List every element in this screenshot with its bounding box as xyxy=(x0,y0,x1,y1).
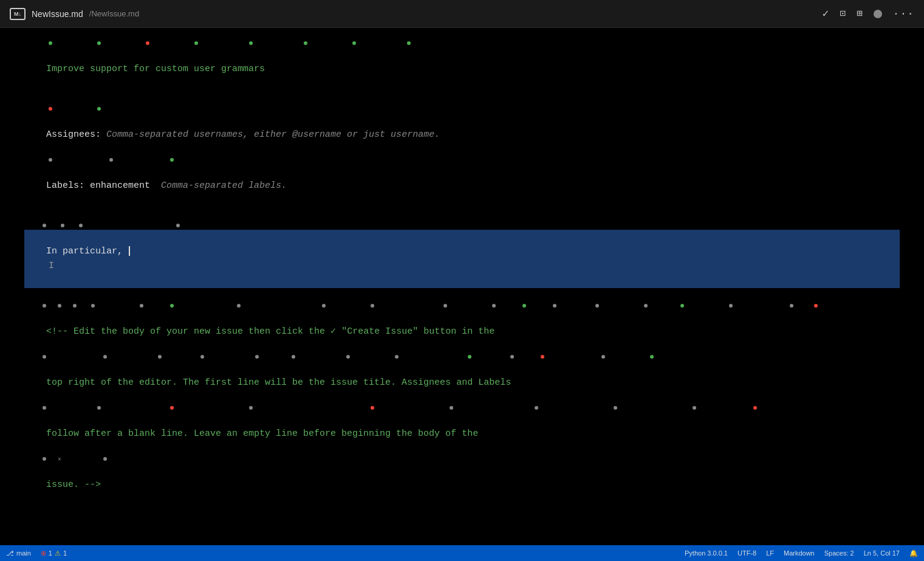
line-title: Improve support for custom user grammars xyxy=(24,47,900,91)
error-icon: ⊕ xyxy=(41,549,46,557)
status-spaces[interactable]: Spaces: 2 xyxy=(824,549,854,557)
dots-row-2 xyxy=(24,106,900,112)
python-label: Python 3.0.0.1 xyxy=(685,549,728,557)
comment-line-3: follow after a blank line. Leave an empt… xyxy=(24,412,900,456)
encoding-label: UTF-8 xyxy=(737,549,756,557)
line-assignees: Assignees: Comma-separated usernames, ei… xyxy=(24,113,900,157)
more-menu-icon[interactable]: ··· xyxy=(893,9,914,19)
status-encoding[interactable]: UTF-8 xyxy=(737,549,756,557)
warning-count: 1 xyxy=(63,549,67,557)
comment-line-1: <!-- Edit the body of your new issue the… xyxy=(24,310,900,354)
blank-line-3 xyxy=(24,288,900,303)
branch-icon: ⎇ xyxy=(6,549,14,557)
dots-row-1 xyxy=(24,40,900,46)
title-bar-left: M↓ NewIssue.md /NewIssue.md xyxy=(10,8,822,20)
status-python[interactable]: Python 3.0.0.1 xyxy=(685,549,728,557)
cursor-indicator: I xyxy=(49,261,54,271)
filename: NewIssue.md xyxy=(32,9,83,19)
x-decoration: × xyxy=(58,456,61,463)
labels-value: enhancement xyxy=(90,181,150,191)
eol-label: LF xyxy=(766,549,774,557)
status-branch[interactable]: ⎇ main xyxy=(6,549,31,557)
dots-row-7 xyxy=(24,405,900,411)
editor-area[interactable]: Improve support for custom user grammars… xyxy=(0,28,924,545)
status-circle xyxy=(874,10,882,18)
warning-icon: ⚠ xyxy=(55,549,61,557)
error-count: 1 xyxy=(49,549,52,557)
status-eol[interactable]: LF xyxy=(766,549,774,557)
line-body: In particular, I xyxy=(24,230,900,288)
body-text: In particular, xyxy=(46,246,128,256)
dots-row-8: × xyxy=(24,456,900,462)
language-label: Markdown xyxy=(784,549,815,557)
text-cursor xyxy=(129,246,130,256)
status-notifications[interactable]: 🔔 xyxy=(909,549,918,557)
dots-row-6 xyxy=(24,354,900,360)
assignees-placeholder: Comma-separated usernames, either @usern… xyxy=(106,129,440,140)
spaces-label: Spaces: 2 xyxy=(824,549,854,557)
status-language[interactable]: Markdown xyxy=(784,549,815,557)
split-preview-icon[interactable]: ⊡ xyxy=(840,9,846,19)
blank-line-2 xyxy=(24,208,900,222)
blank-line-1 xyxy=(24,91,900,106)
position-label: Ln 5, Col 17 xyxy=(864,549,900,557)
comment-line-4: issue. --> xyxy=(24,463,900,507)
status-position[interactable]: Ln 5, Col 17 xyxy=(864,549,900,557)
dots-row-4 xyxy=(24,222,900,229)
labels-placeholder: Comma-separated labels. xyxy=(150,181,287,191)
bell-icon: 🔔 xyxy=(909,549,918,557)
assignees-label: Assignees: xyxy=(46,129,106,140)
checkmark-icon[interactable]: ✓ xyxy=(822,9,829,19)
markdown-icon: M↓ xyxy=(10,8,26,20)
status-bar: ⎇ main ⊕ 1 ⚠ 1 Python 3.0.0.1 UTF-8 LF M… xyxy=(0,545,924,561)
title-text: Improve support for custom user grammars xyxy=(46,64,265,74)
title-bar-right: ✓ ⊡ ⊞ ··· xyxy=(822,9,914,19)
labels-label: Labels: xyxy=(46,181,90,191)
line-labels: Labels: enhancement Comma-separated labe… xyxy=(24,164,900,208)
title-bar: M↓ NewIssue.md /NewIssue.md ✓ ⊡ ⊞ ··· xyxy=(0,0,924,28)
comment-line-2: top right of the editor. The first line … xyxy=(24,361,900,405)
dots-row-5 xyxy=(24,303,900,309)
branch-name: main xyxy=(16,549,31,557)
split-editor-icon[interactable]: ⊞ xyxy=(857,9,863,19)
dots-row-3 xyxy=(24,157,900,163)
filepath: /NewIssue.md xyxy=(89,9,139,18)
status-errors[interactable]: ⊕ 1 ⚠ 1 xyxy=(41,549,67,557)
